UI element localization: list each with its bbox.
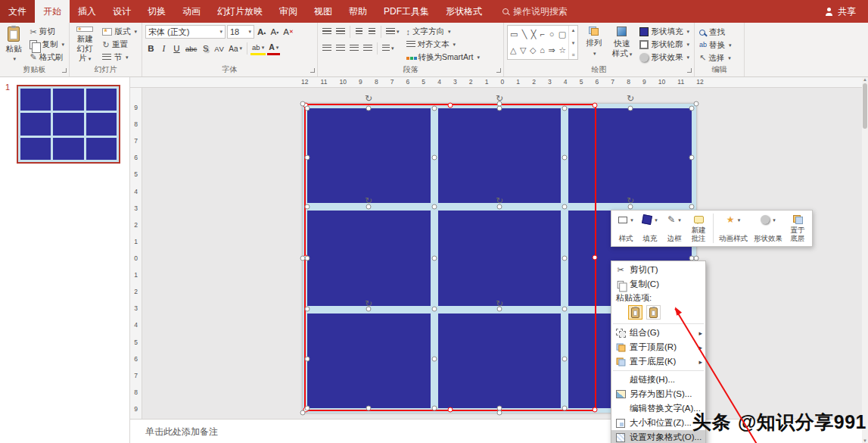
layout-button[interactable]: 版式 (101, 26, 138, 39)
tab-pdf-tools[interactable]: PDF工具集 (375, 0, 437, 23)
increase-font-size-button[interactable] (256, 25, 267, 39)
shape-option[interactable]: ▽ (520, 46, 526, 55)
columns-button[interactable] (381, 42, 396, 55)
tell-me-search[interactable]: 操作说明搜索 (502, 0, 568, 23)
tab-help[interactable]: 帮助 (341, 0, 375, 23)
tab-slideshow[interactable]: 幻灯片放映 (209, 0, 271, 23)
dialog-launcher-icon[interactable] (496, 68, 501, 73)
decrease-font-size-button[interactable] (269, 25, 280, 39)
menu-cut[interactable]: ✂ 剪切(T) (611, 263, 705, 277)
grid-shape[interactable] (53, 113, 83, 135)
align-center-button[interactable] (334, 42, 347, 55)
gallery-down-icon[interactable]: ▾ (572, 40, 575, 46)
new-slide-button[interactable]: 新建幻灯片 (73, 25, 97, 64)
shape-option[interactable]: △ (510, 46, 516, 55)
share-button[interactable]: 共享 (825, 0, 868, 23)
red-selection-handle[interactable] (593, 103, 598, 108)
decrease-indent-button[interactable] (353, 25, 365, 39)
shape-outline-button[interactable]: 形状轮廓 (638, 39, 691, 51)
grid-shape[interactable] (53, 89, 83, 111)
mini-outline-button[interactable]: ✎ 边框 (663, 213, 686, 244)
dialog-launcher-icon[interactable] (62, 68, 67, 73)
mini-new-comment-button[interactable]: 新建批注 (687, 213, 710, 244)
tab-animations[interactable]: 动画 (174, 0, 209, 23)
increase-indent-button[interactable] (366, 25, 378, 39)
shape-option[interactable]: ⇒ (548, 46, 555, 55)
mini-animation-styles-button[interactable]: ★ 动画样式 (717, 213, 750, 244)
font-color-button[interactable] (267, 42, 280, 55)
red-selection-handle[interactable] (448, 103, 453, 108)
dialog-launcher-icon[interactable] (310, 68, 315, 73)
shape-option[interactable]: ⌂ (540, 46, 545, 55)
grid-shape[interactable] (20, 113, 51, 135)
grid-shape[interactable] (86, 138, 117, 160)
vertical-scrollbar[interactable]: ▲ ▼ (862, 77, 868, 443)
highlight-color-button[interactable] (250, 42, 266, 55)
shape-option[interactable]: ▭ (510, 30, 518, 39)
shapes-gallery[interactable]: ▭╲╳⌐○▢ △▽◇⌂⇒☆ ▴ ▾ ≡ (507, 25, 578, 60)
tab-transitions[interactable]: 切换 (139, 0, 174, 23)
horizontal-ruler[interactable]: 1211109876543210123456789101112 (130, 77, 868, 88)
tab-view[interactable]: 视图 (306, 0, 341, 23)
shape-option[interactable]: ╳ (531, 30, 537, 39)
red-selection-handle[interactable] (303, 407, 309, 413)
gallery-more-icon[interactable]: ≡ (572, 52, 575, 58)
grid-shape[interactable] (53, 138, 83, 160)
menu-hyperlink[interactable]: 超链接(H)... (611, 373, 705, 387)
scroll-up-icon[interactable]: ▲ (863, 77, 867, 82)
dialog-launcher-icon[interactable] (687, 68, 692, 73)
shape-option[interactable]: ⌐ (540, 30, 545, 39)
grid-shape[interactable] (20, 89, 51, 111)
reset-button[interactable]: ↻ 重置 (101, 39, 138, 51)
gallery-scroll[interactable]: ▴ ▾ ≡ (568, 26, 577, 59)
mini-style-button[interactable]: 样式 (614, 213, 637, 244)
paste-as-picture[interactable] (646, 305, 661, 320)
align-right-button[interactable] (348, 42, 360, 55)
shape-fill-button[interactable]: 形状填充 (638, 26, 691, 39)
clear-formatting-button[interactable] (282, 25, 295, 39)
menu-send-to-back[interactable]: 置于底层(K) (611, 354, 705, 369)
align-text-button[interactable]: 对齐文本 (405, 39, 481, 51)
tab-shape-format[interactable]: 形状格式 (437, 0, 490, 23)
grid-shape[interactable] (20, 138, 51, 160)
tab-insert[interactable]: 插入 (70, 0, 104, 23)
shape-option[interactable]: ╲ (522, 30, 527, 39)
justify-button[interactable] (362, 42, 374, 55)
paste-use-destination-theme[interactable] (628, 305, 642, 320)
tab-home[interactable]: 开始 (35, 0, 70, 23)
red-selection-handle[interactable] (303, 103, 309, 108)
find-button[interactable]: 查找 (698, 26, 741, 39)
shape-option[interactable]: ○ (549, 30, 555, 39)
grid-shape[interactable] (86, 89, 117, 111)
menu-bring-to-front[interactable]: 置于顶层(R) (611, 340, 705, 354)
convert-smartart-button[interactable]: 转换为SmartArt (405, 51, 481, 64)
slide-thumbnail[interactable] (17, 85, 120, 164)
grid-shape[interactable] (86, 113, 117, 135)
align-left-button[interactable] (321, 42, 333, 55)
replace-button[interactable]: ab 替换 (698, 39, 741, 51)
mini-fill-button[interactable]: 填充 (639, 213, 661, 244)
quick-styles-button[interactable]: 快速样式 (609, 25, 634, 64)
section-button[interactable]: 节 (101, 51, 138, 64)
shape-effects-button[interactable]: 形状效果 (638, 51, 691, 64)
strikethrough-button[interactable] (184, 42, 198, 55)
text-shadow-button[interactable] (200, 42, 211, 55)
red-selection-handle[interactable] (448, 407, 453, 413)
menu-format-object[interactable]: 设置对象格式(O)... (611, 430, 705, 443)
arrange-button[interactable]: 排列 (582, 25, 605, 64)
red-selection-handle[interactable] (593, 407, 598, 413)
select-button[interactable]: ↖ 选择 (698, 51, 741, 64)
mini-shape-effects-button[interactable]: 形状效果 (751, 213, 785, 244)
line-spacing-button[interactable] (384, 25, 401, 39)
paste-button[interactable]: 粘贴 (3, 25, 24, 64)
shape-option[interactable]: ▢ (558, 30, 566, 39)
tab-file[interactable]: 文件 (0, 0, 35, 23)
menu-size-and-position[interactable]: 大小和位置(Z)... (611, 416, 705, 430)
text-direction-button[interactable]: ↕ 文字方向 (405, 26, 481, 39)
copy-button[interactable]: 复制 (28, 39, 66, 51)
scroll-down-icon[interactable]: ▼ (863, 438, 867, 443)
character-spacing-button[interactable] (213, 42, 226, 55)
menu-edit-alt-text[interactable]: 编辑替换文字(A)... (611, 401, 705, 416)
gallery-up-icon[interactable]: ▴ (572, 27, 575, 33)
mini-send-to-back-button[interactable]: 置于底层 (786, 213, 809, 244)
